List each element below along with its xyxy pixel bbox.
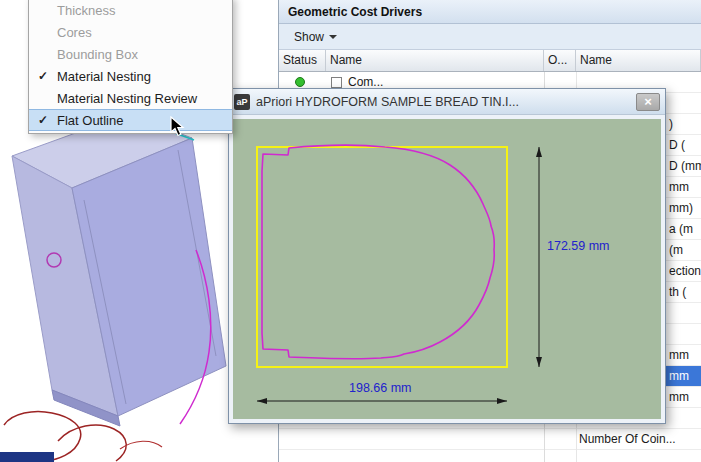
column-header-name-left[interactable]: Name: [326, 50, 544, 71]
bounding-box-rect: [257, 147, 507, 367]
menu-item-label: Cores: [57, 25, 92, 40]
column-header-status[interactable]: Status: [279, 50, 326, 71]
truncated-label: mm: [669, 387, 689, 407]
chevron-down-icon: [329, 35, 337, 39]
table-row[interactable]: [279, 450, 701, 462]
show-button[interactable]: Show: [287, 26, 344, 48]
application-window: Geometric Cost Drivers Show Status Name …: [0, 0, 701, 462]
flat-outline-view[interactable]: 172.59 mm 198.66 mm: [233, 119, 661, 419]
menu-item-label: Material Nesting Review: [57, 91, 197, 106]
truncated-label: D (mm: [669, 156, 701, 176]
flat-outline-dialog: aP aPriori HYDROFORM SAMPLE BREAD TIN.I.…: [228, 88, 666, 424]
menu-item-material-nesting-review[interactable]: Material Nesting Review: [29, 87, 232, 109]
truncated-label: mm: [669, 177, 689, 197]
truncated-label: ection: [669, 261, 701, 281]
apriori-logo-icon: aP: [234, 94, 250, 110]
close-button[interactable]: ×: [636, 93, 660, 111]
height-dimension-label: 172.59 mm: [547, 239, 610, 253]
flat-outline-drawing: [233, 119, 661, 419]
bottom-left-window-edge: [0, 452, 54, 462]
row-label: Number Of Coin...: [579, 429, 676, 449]
arrowhead-up-icon: [536, 147, 542, 157]
mouse-cursor-icon: [170, 116, 186, 138]
gcd-toolbar: Show: [279, 24, 701, 50]
dialog-titlebar[interactable]: aP aPriori HYDROFORM SAMPLE BREAD TIN.I.…: [229, 89, 665, 115]
display-options-menu: Thickness Cores Bounding Box ✓ Material …: [28, 0, 233, 134]
status-ok-icon: [295, 77, 305, 87]
menu-item-label: Flat Outline: [57, 113, 123, 128]
arrowhead-down-icon: [536, 357, 542, 367]
menu-item-thickness: Thickness: [29, 0, 232, 21]
checkmark-icon: ✓: [29, 113, 57, 127]
truncated-label: th (: [669, 282, 686, 302]
menu-item-material-nesting[interactable]: ✓ Material Nesting: [29, 65, 232, 87]
truncated-label: a (m: [669, 219, 693, 239]
cad-3d-part: [0, 108, 232, 438]
column-header-name-right[interactable]: Name: [576, 50, 701, 71]
panel-title: Geometric Cost Drivers: [279, 0, 701, 24]
truncated-label: (m: [669, 240, 683, 260]
width-dimension-label: 198.66 mm: [349, 381, 412, 395]
menu-item-label: Material Nesting: [57, 69, 151, 84]
truncated-label: ): [669, 114, 673, 134]
menu-item-cores: Cores: [29, 21, 232, 43]
show-button-label: Show: [294, 30, 324, 44]
arrowhead-right-icon: [497, 398, 507, 404]
truncated-label: mm: [669, 366, 689, 386]
checkmark-icon: ✓: [29, 69, 57, 83]
menu-item-label: Bounding Box: [57, 47, 138, 62]
table-row[interactable]: Number Of Coin...: [279, 429, 701, 450]
menu-item-flat-outline[interactable]: ✓ Flat Outline: [29, 109, 232, 131]
menu-item-label: Thickness: [57, 3, 116, 18]
truncated-label: mm: [669, 345, 689, 365]
table-column-headers: Status Name O... Name: [279, 50, 701, 72]
flat-outline-shape: [262, 145, 494, 359]
menu-item-bounding-box: Bounding Box: [29, 43, 232, 65]
checkbox[interactable]: [331, 77, 342, 88]
column-header-o[interactable]: O...: [544, 50, 576, 71]
dialog-title: aPriori HYDROFORM SAMPLE BREAD TIN.I...: [256, 95, 630, 109]
arrowhead-left-icon: [257, 398, 267, 404]
truncated-label: D (: [669, 135, 685, 155]
truncated-label: mm): [669, 198, 693, 218]
